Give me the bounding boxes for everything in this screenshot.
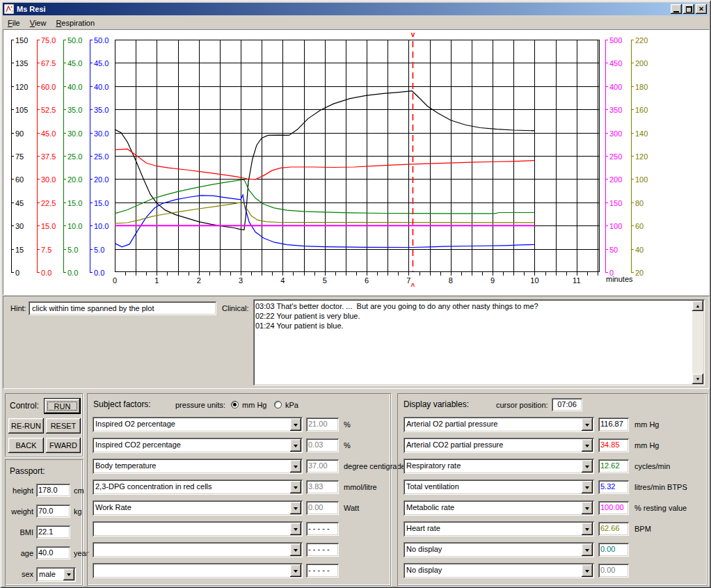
axis-blue-tick-label: 25.0 [94,152,109,161]
restore-button[interactable] [683,4,694,14]
x-axis-tick-label: 9 [490,276,495,285]
passport-sex-label: sex [7,570,33,578]
display-variables-group: Display variables: cursor position: 07:0… [397,393,708,586]
back-button[interactable]: BACK [8,438,44,453]
axis-olive-tick-label: 60 [635,222,644,230]
passport-age-field[interactable]: 40.0 [36,546,70,559]
menu-item-respiration[interactable]: Respiration [51,17,99,29]
subject-factor-value-field[interactable]: 0.03 [306,438,339,452]
passport-group: Passport: height178.0cmweight70.0kgBMI22… [5,459,83,586]
passport-group-title: Passport: [10,466,45,476]
axis-magenta-tick-label: 400 [609,83,622,91]
chevron-down-icon[interactable] [582,460,593,472]
scroll-down-icon[interactable]: ▼ [692,374,703,384]
subject-factor-select[interactable] [93,542,303,557]
subject-factor-value-field[interactable]: 21.00 [306,418,339,431]
chevron-down-icon[interactable] [290,564,301,577]
chart-panel[interactable]: 150135120105907560453015075.067.560.052.… [3,29,710,295]
display-variables-title: Display variables: [404,399,469,409]
passport-weight-field[interactable]: 70.0 [36,504,70,518]
subject-factor-select[interactable]: Inspired O2 percentage [93,417,303,432]
clinical-log[interactable]: 03:03 That's better doctor. ... But are … [253,299,705,386]
axis-black-mmhg-tick-label: 105 [15,106,28,114]
chevron-down-icon[interactable] [290,502,301,514]
display-variable-select[interactable]: Respiratory rate [404,459,594,474]
chevron-down-icon[interactable] [290,523,301,535]
control-group-title: Control: [10,401,39,411]
display-variable-value-field: 100.00 [598,501,629,515]
run-button[interactable]: RUN [45,399,80,413]
axis-green-tick-label: 45.0 [67,59,82,67]
display-variable-unit-label: % resting value [634,504,687,512]
chevron-down-icon[interactable] [582,523,593,535]
display-variable-select[interactable]: Total ventilation [404,479,594,495]
display-variable-select[interactable]: Arterial O2 partial pressure [404,417,594,432]
menu-item-view[interactable]: View [25,17,51,29]
chevron-down-icon[interactable] [290,460,301,472]
axis-olive-tick-label: 180 [635,83,648,91]
chevron-down-icon[interactable] [290,439,301,452]
pressure-unit-radio-mmhg[interactable] [231,401,239,408]
subject-factor-select[interactable] [93,563,303,578]
subject-factor-select[interactable]: Inspired CO2 percentage [93,438,303,453]
subject-factor-value-field[interactable]: 37.00 [306,459,339,473]
axis-olive-tick-label: 40 [635,246,644,254]
passport-bmi-field[interactable]: 22.1 [36,525,70,539]
reset-button[interactable]: RESET [46,418,81,434]
axis-olive-tick-label: 140 [635,129,648,138]
chevron-down-icon[interactable] [63,569,74,580]
subject-factor-value-field[interactable]: - - - - - [306,522,339,536]
axis-magenta-tick-label: 500 [609,36,622,45]
chevron-down-icon[interactable] [290,418,301,431]
axis-magenta-tick-label: 250 [609,152,622,161]
close-button[interactable]: ✕ [696,4,707,14]
hint-field[interactable]: click within time spanned by the plot [29,301,216,315]
scroll-up-icon[interactable]: ▲ [692,301,703,311]
chevron-down-icon[interactable] [290,481,301,493]
subject-factor-value-field[interactable]: - - - - - [306,543,339,557]
display-variable-select[interactable]: Heart rate [404,521,594,537]
rerun-button[interactable]: RE-RUN [8,418,44,434]
chevron-down-icon[interactable] [582,481,593,493]
axis-red-mmhg-tick-label: 7.5 [41,246,51,254]
cursor-top-marker[interactable]: v [411,31,415,38]
subject-factor-select[interactable]: 2,3-DPG concentration in red cells [93,479,303,495]
passport-height-field[interactable]: 178.0 [36,484,70,497]
axis-green-tick-label: 15.0 [67,199,82,207]
display-variable-unit-label: litres/min BTPS [634,483,687,491]
plot-area[interactable]: 01234567891011v^ [115,30,600,287]
x-axis-tick-label: 3 [239,276,243,285]
chevron-down-icon[interactable] [582,502,593,514]
subject-factor-select[interactable]: Body temperature [93,459,303,474]
axis-magenta-tick-label: 300 [609,129,622,138]
chevron-down-icon[interactable] [582,543,593,556]
display-variable-select[interactable]: No display [404,563,594,578]
subject-factor-value-field[interactable]: - - - - - [306,564,339,578]
cursor-position-field[interactable]: 07:06 [552,398,582,411]
fward-button[interactable]: FWARD [46,438,81,453]
minimize-button[interactable] [671,4,682,14]
clinical-scrollbar[interactable]: ▲ ▼ [692,301,703,384]
cursor-bottom-marker[interactable]: ^ [411,283,415,290]
subject-factor-select[interactable] [93,521,303,537]
passport-sex-select[interactable]: male [36,567,76,582]
display-variable-select[interactable]: Metabolic rate [404,500,594,516]
axis-blue: 50.045.040.035.030.025.020.015.010.05.00… [90,40,115,273]
display-variable-select[interactable]: Arterial CO2 partial pressure [404,438,594,453]
subject-factor-value-field[interactable]: 3.83 [306,480,339,494]
chevron-down-icon[interactable] [290,543,301,556]
pressure-unit-radio-kpa[interactable] [274,401,282,408]
display-variable-unit-label: cycles/min [634,462,670,470]
display-variable-select[interactable]: No display [404,542,594,557]
axis-green-tick-label: 20.0 [67,175,82,184]
axis-magenta-tick-label: 350 [609,106,622,114]
x-axis-ticks [126,272,598,276]
chevron-down-icon[interactable] [582,564,593,577]
chevron-down-icon[interactable] [582,418,593,431]
subject-factor-value-field[interactable]: 0.00 [306,501,339,515]
axis-olive-tick-label: 100 [635,175,648,184]
axis-green-tick-label: 5.0 [67,246,78,254]
chevron-down-icon[interactable] [582,439,593,452]
menu-item-file[interactable]: File [3,17,25,29]
subject-factor-select[interactable]: Work Rate [93,500,303,516]
